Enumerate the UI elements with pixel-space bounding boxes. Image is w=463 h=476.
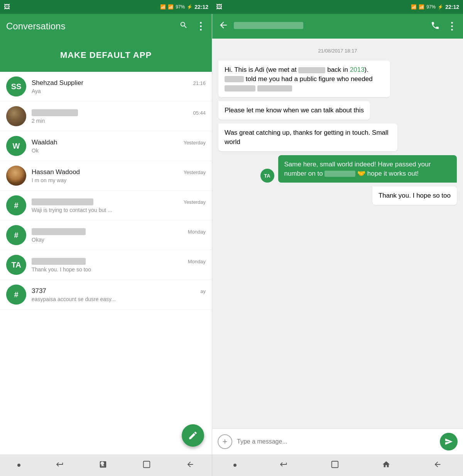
search-icon[interactable] <box>179 21 188 32</box>
list-item[interactable]: Hassan Wadood Yesterday I m on my way <box>0 161 212 191</box>
status-icons-left: 📶 📶 97% ⚡ 22:12 <box>160 4 208 10</box>
conv-name <box>32 228 86 235</box>
right-panel: ⋮ 21/08/2017 18:17 Hi. This is Adi (we m… <box>212 14 463 454</box>
nav-back-icon-right[interactable] <box>279 460 288 471</box>
conv-info: Monday Thank you. I hope so too <box>32 257 206 273</box>
status-bar-right: 🖼 📶 📶 97% ⚡ 22:12 <box>212 3 463 10</box>
left-header-icons: ⋮ <box>179 20 206 32</box>
list-item[interactable]: 05:44 2 min <box>0 102 212 131</box>
conv-preview: Okay <box>32 237 206 243</box>
nav-recents-icon-left[interactable] <box>99 460 107 471</box>
charging-icon-left: ⚡ <box>187 4 193 10</box>
nav-back-icon-left[interactable] <box>56 460 64 471</box>
time-left: 22:12 <box>194 4 208 10</box>
nav-recents-icon-right[interactable] <box>331 460 339 471</box>
avatar: # <box>6 285 26 305</box>
conversation-list: SS Shehzad Supplier 21:16 Aya <box>0 72 212 454</box>
conv-time: Yesterday <box>184 140 206 146</box>
chat-area: 21/08/2017 18:17 Hi. This is Adi (we met… <box>212 39 463 429</box>
conv-info: 05:44 2 min <box>32 109 206 124</box>
contact-name-blurred <box>234 22 303 29</box>
message-bubble-received-5: Thank you. I hope so too <box>372 186 457 205</box>
notification-icon: 🖼 <box>4 3 10 10</box>
signal-icon-left: 📶 <box>168 4 174 10</box>
input-area: + <box>212 429 463 454</box>
blurred-name <box>32 198 93 205</box>
conv-top: 3737 ay <box>32 287 206 295</box>
charging-icon-right: ⚡ <box>438 4 443 10</box>
time-right: 22:12 <box>445 4 459 10</box>
more-options-icon-left[interactable]: ⋮ <box>196 20 206 32</box>
conv-top: Shehzad Supplier 21:16 <box>32 79 206 87</box>
blurred-name <box>32 258 86 265</box>
send-button[interactable] <box>440 433 458 451</box>
signal-icon-right: 📶 <box>419 4 424 10</box>
avatar <box>6 166 26 186</box>
message-input[interactable] <box>237 438 435 445</box>
conv-top: Waaldah Yesterday <box>32 139 206 146</box>
avatar <box>6 106 26 126</box>
conv-preview: Waji is trying to contact you but ... <box>32 207 206 213</box>
list-item[interactable]: # Monday Okay <box>0 220 212 250</box>
chat-date: 21/08/2017 18:17 <box>218 48 457 54</box>
compose-fab[interactable] <box>182 424 204 447</box>
call-icon[interactable] <box>431 21 440 32</box>
avatar: # <box>6 195 26 215</box>
conv-time: Monday <box>188 259 206 264</box>
list-item[interactable]: W Waaldah Yesterday Ok <box>0 131 212 161</box>
conv-info: Monday Okay <box>32 228 206 243</box>
nav-arrow-left[interactable] <box>186 460 194 471</box>
conv-name <box>32 198 93 206</box>
conv-name: Shehzad Supplier <box>32 79 83 87</box>
message-bubble-received-2: Please let me know when we can talk abou… <box>218 101 370 120</box>
conv-info: Waaldah Yesterday Ok <box>32 139 206 154</box>
list-item[interactable]: SS Shehzad Supplier 21:16 Aya <box>0 72 212 102</box>
conv-preview: I m on my way <box>32 177 206 183</box>
notification-icon-right: 🖼 <box>216 3 222 10</box>
sender-avatar: TA <box>260 169 274 183</box>
avatar: # <box>6 225 26 245</box>
more-options-icon-right[interactable]: ⋮ <box>447 20 457 32</box>
contact-info <box>234 22 425 30</box>
main-content: Conversations ⋮ MAKE DEFAULT APP SS Sheh… <box>0 14 463 454</box>
left-panel: Conversations ⋮ MAKE DEFAULT APP SS Sheh… <box>0 14 212 454</box>
right-header: ⋮ <box>212 14 463 39</box>
sent-message-wrapper: TA Same here, small world indeed! Have p… <box>218 155 457 183</box>
svg-rect-1 <box>332 461 338 468</box>
conv-top: Monday <box>32 257 206 265</box>
status-bar-left: 🖼 📶 📶 97% ⚡ 22:12 <box>0 3 212 10</box>
default-app-banner[interactable]: MAKE DEFAULT APP <box>0 39 212 72</box>
status-bar: 🖼 📶 📶 97% ⚡ 22:12 🖼 📶 📶 97% ⚡ 22:12 <box>0 0 463 14</box>
blurred-name <box>32 228 86 235</box>
conv-time: 21:16 <box>193 80 206 86</box>
list-item[interactable]: # Yesterday Waji is trying to contact yo… <box>0 191 212 220</box>
conv-preview: 2 min <box>32 118 206 124</box>
list-item[interactable]: # 3737 ay easypaisa account se dusre eas… <box>0 280 212 310</box>
nav-home-icon-left[interactable] <box>142 460 151 471</box>
conv-name <box>32 109 78 117</box>
attach-button[interactable]: + <box>218 434 232 449</box>
avatar: TA <box>6 255 26 275</box>
conv-time: 05:44 <box>193 110 206 116</box>
message-bubble-received: Hi. This is Adi (we met at back in 2013)… <box>218 61 390 97</box>
wifi-icon-left: 📶 <box>160 4 166 10</box>
bottom-nav <box>0 454 463 476</box>
back-button[interactable] <box>218 20 228 32</box>
avatar: SS <box>6 76 26 97</box>
nav-dot-left <box>17 464 20 467</box>
conv-preview: Ok <box>32 147 206 154</box>
svg-rect-0 <box>144 461 150 468</box>
conv-top: Yesterday <box>32 198 206 206</box>
nav-home-icon-right[interactable] <box>382 460 390 471</box>
conv-name: Hassan Wadood <box>32 168 80 176</box>
conv-preview: Aya <box>32 88 206 94</box>
conv-time: Monday <box>188 229 206 235</box>
nav-arrow-right[interactable] <box>433 460 442 471</box>
conv-name: Waaldah <box>32 139 57 146</box>
link-2013[interactable]: 2013 <box>350 66 365 73</box>
conv-time: ay <box>200 288 206 294</box>
list-item[interactable]: TA Monday Thank you. I hope so too <box>0 250 212 280</box>
right-header-icons: ⋮ <box>431 20 457 32</box>
conv-preview: easypaisa account se dusre easy... <box>32 296 206 302</box>
bottom-nav-left <box>0 454 212 476</box>
